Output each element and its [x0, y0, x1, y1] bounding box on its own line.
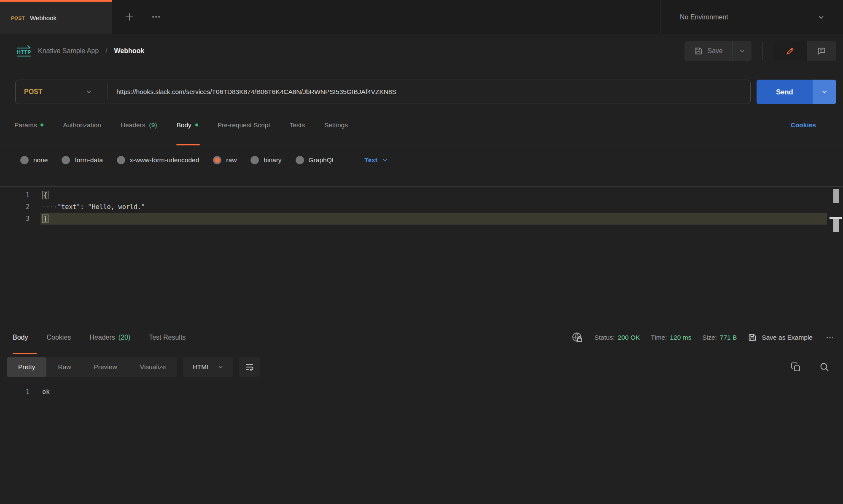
tab-authorization[interactable]: Authorization [63, 105, 101, 145]
cookies-link[interactable]: Cookies [791, 121, 816, 129]
response-toolbar: Pretty Raw Preview Visualize HTML [0, 354, 843, 380]
active-tab-underline [176, 144, 200, 145]
breadcrumb-row: HTTP Knative Sample App / Webhook Save [0, 34, 843, 67]
response-tab-body[interactable]: Body [13, 321, 28, 354]
ellipsis-icon [825, 333, 835, 342]
raw-language-selector[interactable]: Text [364, 156, 388, 164]
body-mode-x-www-form-urlencoded[interactable]: x-www-form-urlencoded [117, 156, 199, 164]
overview-ruler-cursor-mark [833, 219, 839, 232]
view-preview[interactable]: Preview [83, 357, 129, 377]
body-mode-none[interactable]: none [20, 156, 48, 164]
tab-settings[interactable]: Settings [324, 105, 348, 145]
method-selector[interactable]: POST [16, 80, 108, 104]
tab-headers[interactable]: Headers (9) [121, 105, 157, 145]
status-value: 200 OK [618, 334, 640, 341]
edit-comment-group [774, 41, 836, 61]
new-tab-button[interactable] [122, 10, 137, 24]
http-request-icon: HTTP [17, 45, 31, 56]
tab-pre-request-script[interactable]: Pre-request Script [218, 105, 270, 145]
request-actions: Save [684, 41, 836, 61]
line-number: 3 [0, 213, 30, 225]
chevron-down-icon [821, 88, 828, 96]
url-box: POST [15, 80, 751, 104]
editor-line: 1 { [0, 189, 843, 201]
response-tab-test-results[interactable]: Test Results [149, 321, 186, 354]
chevron-down-icon [382, 157, 388, 164]
active-tab-underline [13, 353, 37, 354]
tab-tests[interactable]: Tests [290, 105, 305, 145]
view-visualize[interactable]: Visualize [129, 357, 178, 377]
save-icon [748, 333, 757, 342]
request-tabs: Params Authorization Headers (9) Body Pr… [0, 105, 843, 145]
response-options-button[interactable] [824, 331, 836, 344]
radio-icon [62, 156, 70, 164]
breadcrumb-request-name[interactable]: Webhook [114, 47, 145, 55]
send-button-group: Send [757, 80, 836, 104]
body-mode-binary[interactable]: binary [250, 156, 281, 164]
response-section: Body Cookies Headers (20) Test Results [0, 321, 843, 398]
tab-params[interactable]: Params [14, 105, 43, 145]
wrap-text-icon [245, 362, 255, 372]
copy-response-button[interactable] [789, 360, 803, 374]
breadcrumb-collection[interactable]: Knative Sample App [38, 47, 99, 55]
radio-icon [20, 156, 29, 164]
save-button[interactable]: Save [684, 41, 732, 61]
response-header: Body Cookies Headers (20) Test Results [0, 321, 843, 354]
params-status-dot [40, 123, 43, 126]
line-number: 2 [0, 201, 30, 213]
save-options-button[interactable] [732, 41, 751, 61]
ellipsis-icon [151, 12, 161, 22]
radio-icon [117, 156, 125, 164]
editor-line-active: 3 } [0, 213, 843, 225]
breadcrumb-separator: / [105, 47, 107, 55]
open-brace: { [42, 191, 48, 199]
edit-request-button[interactable] [774, 41, 807, 61]
close-brace: } [42, 214, 48, 223]
response-tab-headers[interactable]: Headers (20) [89, 321, 130, 354]
body-mode-graphql[interactable]: GraphQL [296, 156, 336, 164]
environment-selector[interactable]: No Environment [660, 0, 843, 34]
response-headers-count: (20) [119, 334, 130, 341]
tab-strip [112, 0, 660, 34]
send-button[interactable]: Send [757, 80, 813, 104]
chevron-down-icon [817, 13, 825, 21]
view-pretty[interactable]: Pretty [7, 357, 46, 377]
tab-title: Webhook [30, 14, 57, 21]
request-body-editor[interactable]: 1 { 2 ····"text": "Hello, world." 3 } [0, 186, 843, 321]
response-format-selector[interactable]: HTML [183, 357, 233, 377]
tab-body[interactable]: Body [176, 105, 198, 145]
copy-icon [791, 362, 801, 372]
view-raw[interactable]: Raw [46, 357, 82, 377]
url-input[interactable] [108, 88, 750, 96]
response-view-switcher: Pretty Raw Preview Visualize [7, 357, 177, 377]
request-tab-webhook[interactable]: POST Webhook [0, 0, 112, 34]
postman-app: POST Webhook No Environment [0, 0, 843, 504]
save-icon [694, 46, 703, 56]
chevron-down-icon [86, 88, 92, 95]
headers-count: (9) [149, 121, 157, 129]
network-globe-lock-icon[interactable] [571, 331, 584, 344]
radio-selected-icon [213, 156, 221, 164]
chevron-down-icon [217, 364, 224, 370]
body-mode-raw[interactable]: raw [213, 156, 237, 164]
wrap-lines-button[interactable] [239, 357, 260, 377]
response-tab-cookies[interactable]: Cookies [46, 321, 71, 354]
send-options-button[interactable] [813, 80, 836, 104]
comment-button[interactable] [807, 41, 836, 61]
plus-icon [124, 11, 135, 22]
vertical-divider [762, 42, 763, 60]
radio-icon [296, 156, 304, 164]
search-icon [819, 362, 830, 372]
editor-scrollbar-thumb[interactable] [833, 189, 839, 203]
tab-options-button[interactable] [149, 10, 163, 24]
body-mode-row: none form-data x-www-form-urlencoded raw… [0, 145, 843, 175]
body-mode-form-data[interactable]: form-data [62, 156, 102, 164]
line-number: 1 [0, 189, 30, 201]
editor-line: 2 ····"text": "Hello, world." [0, 201, 843, 213]
response-status: Status: 200 OK [595, 334, 640, 341]
search-response-button[interactable] [818, 360, 831, 374]
save-as-example-button[interactable]: Save as Example [748, 333, 813, 342]
url-row: POST Send [15, 80, 836, 104]
response-body-text: ok [40, 386, 843, 398]
comment-icon [817, 46, 826, 56]
